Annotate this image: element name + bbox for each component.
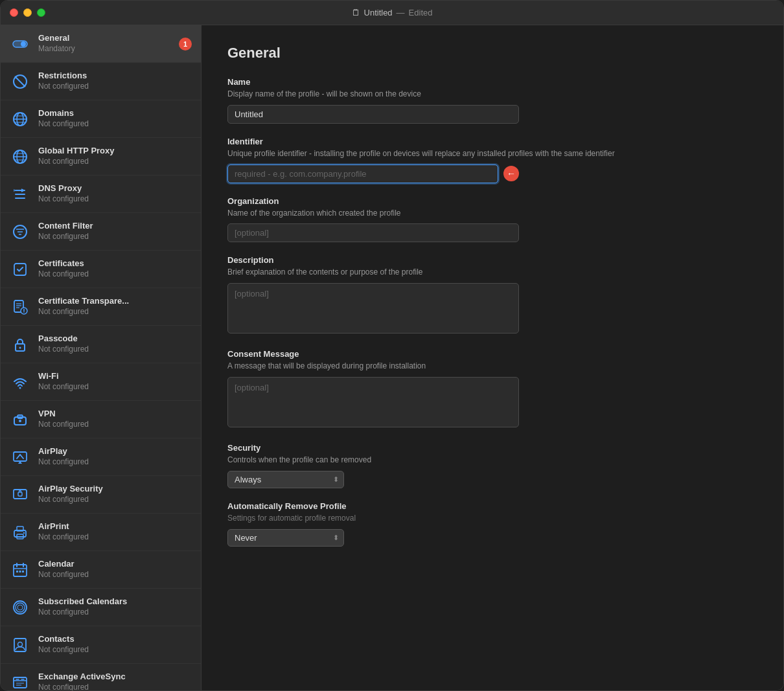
exchange-activesync-text: Exchange ActiveSync Not configured bbox=[38, 672, 192, 691]
main-layout: General Mandatory 1 Restrictions Not con… bbox=[1, 25, 783, 691]
airplay-lock-icon bbox=[10, 484, 30, 505]
wifi-icon bbox=[10, 372, 30, 392]
airplay-text: AirPlay Not configured bbox=[38, 446, 192, 467]
identifier-input-row: ← bbox=[227, 164, 519, 183]
organization-input[interactable] bbox=[227, 223, 519, 242]
sidebar-item-airplay-security[interactable]: AirPlay Security Not configured bbox=[1, 476, 201, 514]
identifier-label: Identifier bbox=[227, 137, 757, 146]
sidebar-item-dns-proxy[interactable]: DNS Proxy Not configured bbox=[1, 176, 201, 213]
vpn-icon bbox=[10, 409, 30, 430]
fullscreen-button[interactable] bbox=[37, 8, 45, 17]
sidebar-item-airplay[interactable]: AirPlay Not configured bbox=[1, 438, 201, 476]
security-select[interactable]: Always With Authorization Never bbox=[227, 471, 344, 488]
security-label: Security bbox=[227, 443, 757, 453]
airplay-security-text: AirPlay Security Not configured bbox=[38, 484, 192, 504]
name-input[interactable] bbox=[227, 105, 519, 124]
consent-description: A message that will be displayed during … bbox=[227, 361, 757, 372]
svg-line-4 bbox=[15, 76, 25, 87]
sidebar-item-domains[interactable]: Domains Not configured bbox=[1, 100, 201, 138]
name-label: Name bbox=[227, 77, 757, 87]
globe-icon bbox=[10, 109, 30, 130]
description-textarea[interactable] bbox=[227, 283, 519, 334]
svg-point-49 bbox=[17, 605, 23, 610]
organization-section: Organization Name of the organization wh… bbox=[227, 196, 757, 243]
identifier-section: Identifier Unique profile identifier - i… bbox=[227, 137, 757, 183]
auto-remove-select[interactable]: Never On date After interval bbox=[227, 529, 344, 547]
sidebar-item-airprint[interactable]: AirPrint Not configured bbox=[1, 514, 201, 551]
description-label: Description bbox=[227, 255, 757, 265]
sidebar-item-calendar[interactable]: Calendar Not configured bbox=[1, 551, 201, 589]
domains-text: Domains Not configured bbox=[38, 108, 192, 129]
svg-point-26 bbox=[23, 312, 25, 313]
restrictions-text: Restrictions Not configured bbox=[38, 71, 192, 91]
consent-label: Consent Message bbox=[227, 349, 757, 359]
traffic-lights bbox=[10, 8, 45, 17]
airprint-icon bbox=[10, 522, 30, 543]
auto-remove-section: Automatically Remove Profile Settings fo… bbox=[227, 501, 757, 547]
svg-point-39 bbox=[23, 532, 25, 533]
identifier-input[interactable] bbox=[227, 164, 498, 183]
svg-rect-45 bbox=[19, 571, 21, 572]
consent-section: Consent Message A message that will be d… bbox=[227, 349, 757, 430]
subscribed-calendars-text: Subscribed Calendars Not configured bbox=[38, 596, 192, 617]
security-select-wrap: Always With Authorization Never ⬍ bbox=[227, 471, 344, 488]
titlebar: 🗒 Untitled — Edited bbox=[1, 1, 783, 25]
document-icon: 🗒 bbox=[352, 8, 360, 17]
wifi-text: Wi-Fi Not configured bbox=[38, 371, 192, 392]
page-title: General bbox=[227, 45, 757, 62]
filter-icon bbox=[10, 221, 30, 242]
sidebar-item-restrictions[interactable]: Restrictions Not configured bbox=[1, 63, 201, 100]
sidebar-item-certificates[interactable]: Certificates Not configured bbox=[1, 251, 201, 288]
global-http-proxy-text: Global HTTP Proxy Not configured bbox=[38, 146, 192, 166]
dns-icon bbox=[10, 184, 30, 205]
certificate-transparency-text: Certificate Transpare... Not configured bbox=[38, 296, 192, 317]
sidebar-item-exchange-activesync[interactable]: Exchange ActiveSync Not configured bbox=[1, 664, 201, 691]
name-section: Name Display name of the profile - will … bbox=[227, 77, 757, 124]
svg-rect-44 bbox=[16, 571, 18, 572]
airplay-icon bbox=[10, 447, 30, 468]
content-area: General Name Display name of the profile… bbox=[202, 25, 783, 691]
description-section: Description Brief explanation of the con… bbox=[227, 255, 757, 336]
sidebar-item-subscribed-calendars[interactable]: Subscribed Calendars Not configured bbox=[1, 589, 201, 626]
name-description: Display name of the profile - will be sh… bbox=[227, 89, 757, 100]
sidebar-item-vpn[interactable]: VPN Not configured bbox=[1, 401, 201, 438]
minimize-button[interactable] bbox=[23, 8, 32, 17]
identifier-description: Unique profile identifier - installing t… bbox=[227, 148, 757, 159]
description-description: Brief explanation of the contents or pur… bbox=[227, 267, 757, 278]
auto-remove-select-wrap: Never On date After interval ⬍ bbox=[227, 529, 344, 547]
subscribed-calendars-icon bbox=[10, 597, 30, 618]
sidebar-item-passcode[interactable]: Passcode Not configured bbox=[1, 326, 201, 363]
sidebar-item-certificate-transparency[interactable]: Certificate Transpare... Not configured bbox=[1, 288, 201, 326]
certificate-icon bbox=[10, 259, 30, 280]
close-button[interactable] bbox=[10, 8, 18, 17]
svg-rect-33 bbox=[14, 452, 27, 461]
svg-rect-46 bbox=[22, 571, 24, 572]
svg-rect-52 bbox=[14, 677, 27, 688]
svg-point-28 bbox=[19, 346, 21, 348]
organization-label: Organization bbox=[227, 196, 757, 206]
auto-remove-label: Automatically Remove Profile bbox=[227, 501, 757, 511]
calendar-icon bbox=[10, 560, 30, 580]
dns-proxy-text: DNS Proxy Not configured bbox=[38, 183, 192, 204]
sidebar-item-contacts[interactable]: Contacts Not configured bbox=[1, 626, 201, 664]
sidebar-item-wifi[interactable]: Wi-Fi Not configured bbox=[1, 363, 201, 401]
passcode-text: Passcode Not configured bbox=[38, 334, 192, 354]
consent-textarea[interactable] bbox=[227, 377, 519, 427]
toggle-icon bbox=[10, 34, 30, 54]
vpn-text: VPN Not configured bbox=[38, 409, 192, 429]
svg-rect-35 bbox=[18, 492, 22, 496]
restrictions-icon bbox=[10, 71, 30, 92]
cert-transparency-icon bbox=[10, 297, 30, 317]
sidebar-item-global-http-proxy[interactable]: Global HTTP Proxy Not configured bbox=[1, 138, 201, 176]
general-text: General Mandatory bbox=[38, 33, 171, 54]
svg-point-48 bbox=[16, 603, 25, 612]
sidebar-item-general[interactable]: General Mandatory 1 bbox=[1, 25, 201, 63]
globe2-icon bbox=[10, 146, 30, 167]
contacts-text: Contacts Not configured bbox=[38, 634, 192, 655]
organization-description: Name of the organization which created t… bbox=[227, 208, 757, 219]
general-badge: 1 bbox=[179, 38, 192, 51]
exchange-icon bbox=[10, 672, 30, 692]
identifier-error-icon[interactable]: ← bbox=[503, 166, 519, 181]
svg-point-2 bbox=[21, 41, 26, 47]
sidebar-item-content-filter[interactable]: Content Filter Not configured bbox=[1, 213, 201, 251]
